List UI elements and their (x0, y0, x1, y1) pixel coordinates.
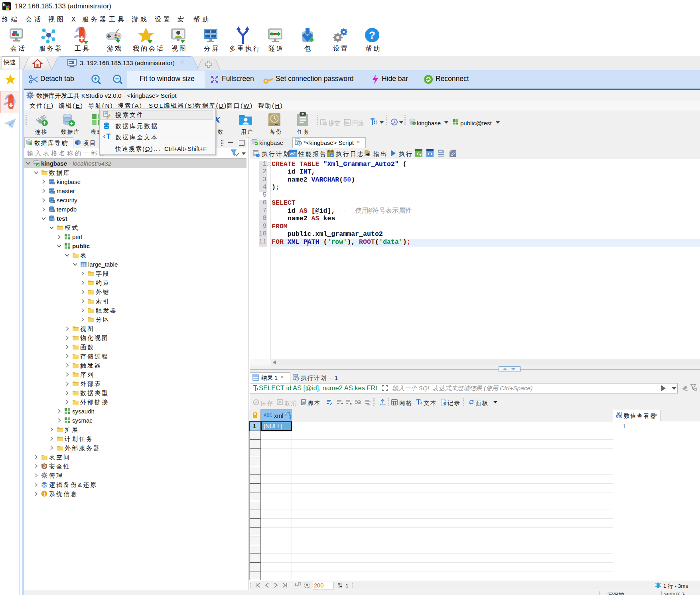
svg-text:*: * (296, 139, 297, 142)
svg-text:?: ? (369, 29, 375, 41)
